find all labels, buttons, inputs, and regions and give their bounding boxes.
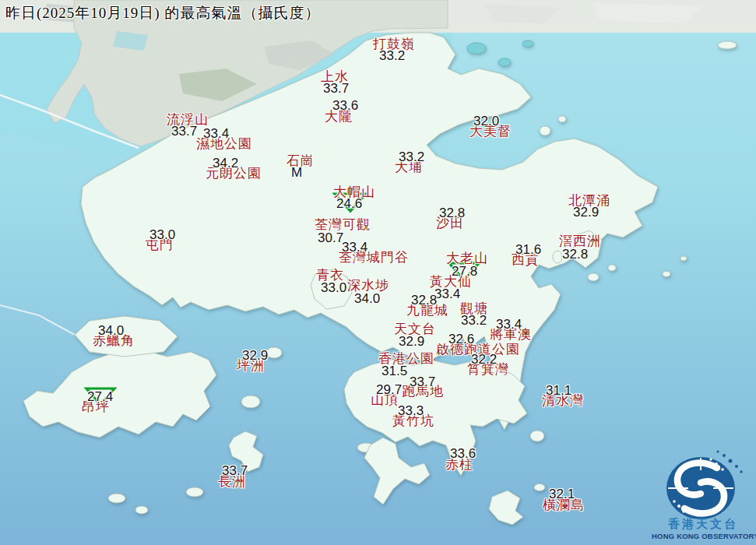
island-bluff (608, 265, 616, 271)
hko-logo-name-english: HONG KONG OBSERVATORY (652, 532, 754, 540)
island-tung-lung (530, 431, 544, 441)
station-value: 34.2 (213, 156, 238, 170)
station-value: 32.9 (399, 335, 424, 348)
island-ping-chau-ne (718, 41, 737, 49)
station-value: 32.6 (448, 332, 474, 346)
station-value: 32.1 (549, 487, 575, 501)
station-value: 33.7 (222, 464, 248, 477)
station-value: 33.4 (342, 241, 367, 254)
station-value: 32.0 (473, 114, 499, 128)
station-name: 大老山 (446, 251, 488, 265)
island-hei-ling-chau (241, 396, 260, 408)
station-value: 33.0 (321, 281, 346, 294)
station-value: 31.1 (546, 384, 571, 397)
island-jin (588, 273, 599, 281)
station-name: 滘西洲 (559, 234, 601, 248)
station-value: 31.5 (382, 364, 407, 378)
station-value: 33.2 (379, 49, 405, 62)
station-value: 33.4 (203, 127, 229, 140)
hko-logo-name-chinese: 香港天文台 (668, 518, 738, 531)
island-peng-chau (266, 347, 282, 358)
station-value: 33.2 (461, 314, 487, 327)
station-value: 32.2 (471, 353, 497, 366)
station-value: 32.8 (411, 294, 437, 307)
island-shek-kwu-chau (186, 487, 203, 497)
station-value: 32.9 (242, 349, 268, 362)
station-value: 33.2 (399, 150, 424, 164)
station-name: 荃灣可觀 (315, 218, 371, 231)
island-grass (558, 116, 566, 122)
station-value: 34.0 (98, 324, 124, 337)
hong-kong-map (0, 0, 756, 545)
page-title: 昨日(2025年10月19日) 的最高氣溫（攝氏度） (5, 5, 320, 23)
island-ninepin-1 (663, 272, 670, 277)
island-sharp (553, 251, 562, 263)
station-value: 33.0 (149, 228, 175, 241)
station-value: 33.7 (323, 82, 349, 95)
station-value: 31.6 (515, 243, 541, 256)
station-value: 33.7 (410, 375, 435, 389)
station-value: 27.4 (87, 390, 113, 403)
station-value: 30.7 (318, 231, 343, 244)
station-value: 33.7 (171, 125, 197, 138)
island-mirs-bay-2 (498, 58, 511, 66)
station-value: 33.4 (434, 287, 460, 301)
station-value: 32.8 (562, 248, 588, 261)
station-name: 深水埗 (347, 279, 389, 292)
station-value: 29.7 (376, 383, 402, 396)
island-soko-2 (135, 506, 148, 514)
station-value: 34.0 (354, 292, 380, 305)
station-value: 33.6 (450, 447, 476, 460)
island-mirs-bay-3 (522, 40, 533, 47)
island-ninepin-2 (680, 256, 687, 261)
station-value: 33.6 (332, 99, 358, 112)
island-mirs-bay-1 (467, 43, 486, 54)
station-value: 32.9 (573, 206, 599, 219)
hko-max-temperature-map: 打鼓嶺33.2上水33.7大隴33.6大美督32.0流浮山33.7濕地公園33.… (0, 0, 756, 545)
island-waglan (534, 484, 545, 491)
station-value: 33.3 (398, 404, 424, 417)
station-value: 24.6 (336, 197, 362, 210)
station-value: M (291, 166, 302, 179)
station-value: 33.4 (496, 318, 522, 331)
island-tap-mun (540, 126, 550, 135)
station-value: 32.8 (439, 206, 465, 220)
island-soko-1 (108, 494, 125, 503)
